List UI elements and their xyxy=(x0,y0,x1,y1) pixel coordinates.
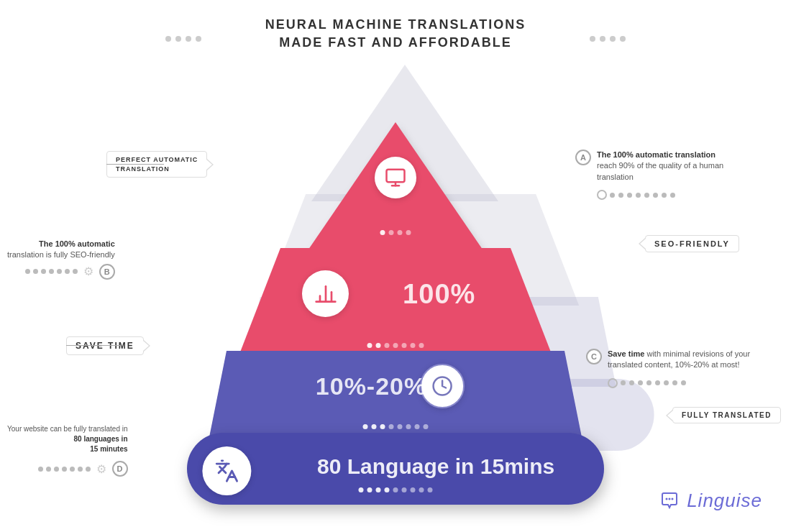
clock-icon-circle xyxy=(420,364,465,408)
callout-fully-translated: FULLY TRANSLATED xyxy=(672,407,781,423)
svg-rect-0 xyxy=(387,170,405,183)
callout-seo-friendly: SEO-FRIENDLY xyxy=(645,235,739,252)
annotation-right-top: A The 100% automatic translation reach 9… xyxy=(575,150,741,200)
header-dots-left xyxy=(165,36,201,42)
dot xyxy=(165,36,171,42)
dot xyxy=(620,36,626,42)
callout-left-top-group: PERFECT AUTOMATICTRANSLATION xyxy=(106,164,164,165)
callout-right-bottom-group: FULLY TRANSLATED xyxy=(672,415,723,416)
clock-icon xyxy=(431,375,453,397)
connector-line-lower-left xyxy=(66,345,120,346)
translate-icon xyxy=(214,459,239,483)
header: NEURAL MACHINE TRANSLATIONS MADE FAST AN… xyxy=(0,0,791,52)
annotation-b-text: The 100% automatic translation is fully … xyxy=(7,239,115,261)
monitor-icon-circle xyxy=(375,157,416,198)
header-title: NEURAL MACHINE TRANSLATIONS MADE FAST AN… xyxy=(0,16,791,52)
dot xyxy=(186,36,191,42)
chart-icon-circle xyxy=(302,270,349,317)
translate-icon-circle xyxy=(202,446,251,495)
annotation-left-bottom: Your website can be fully translated in … xyxy=(7,424,128,477)
callout-right-mid-group: SEO-FRIENDLY xyxy=(645,243,699,244)
badge-d: D xyxy=(112,461,128,477)
header-dots-right xyxy=(590,36,626,42)
linguise-logo: Linguise xyxy=(658,489,762,512)
percentage-10-20: 10%-20% xyxy=(316,372,426,400)
percentage-100: 100% xyxy=(403,279,475,310)
chart-icon xyxy=(314,283,337,306)
dot xyxy=(590,36,595,42)
badge-c: C xyxy=(586,349,602,364)
dot xyxy=(196,36,201,42)
annotation-left-mid: The 100% automatic translation is fully … xyxy=(7,239,115,280)
dots-mid xyxy=(367,343,424,348)
dots-bottom xyxy=(359,487,433,492)
linguise-text: Linguise xyxy=(687,490,762,512)
badge-b: B xyxy=(99,264,115,280)
globe-icon-a xyxy=(597,190,607,200)
globe-icon-c xyxy=(608,378,618,388)
text-80-lang: 80 Language in 15mins xyxy=(317,454,554,479)
gear-icon-b: ⚙ xyxy=(83,265,93,278)
dots-top xyxy=(380,230,411,235)
gear-icon-d: ⚙ xyxy=(96,462,106,476)
monitor-icon xyxy=(385,167,406,188)
linguise-icon xyxy=(658,489,681,512)
dot xyxy=(610,36,616,42)
annotation-c-text: Save time with minimal revisions of your… xyxy=(608,349,751,371)
connector-line-top-left xyxy=(106,164,164,165)
callout-left-lower-group: SAVE TIME xyxy=(66,345,120,346)
dots-lower xyxy=(363,424,429,429)
annotation-d-text: Your website can be fully translated in … xyxy=(7,424,128,454)
badge-a: A xyxy=(575,150,591,165)
svg-point-10 xyxy=(672,498,674,500)
dot xyxy=(600,36,605,42)
annotation-right-lower: C Save time with minimal revisions of yo… xyxy=(586,349,751,388)
dot xyxy=(175,36,181,42)
svg-point-9 xyxy=(669,498,671,500)
svg-point-8 xyxy=(666,498,668,500)
annotation-a-text: The 100% automatic translation reach 90%… xyxy=(597,150,741,183)
